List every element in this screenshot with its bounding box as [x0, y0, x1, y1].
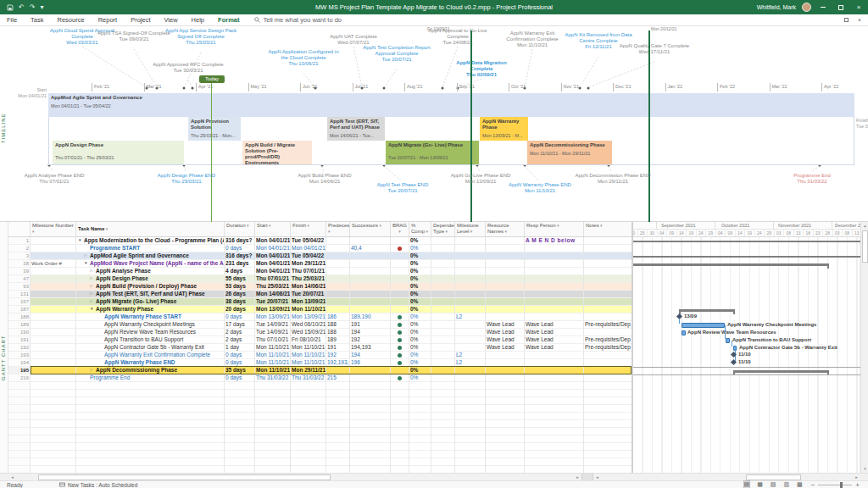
start-cell[interactable]: Mon 04/01/21: [255, 260, 291, 268]
row-number[interactable]: 189: [8, 321, 31, 329]
resp-person-cell[interactable]: [525, 268, 584, 275]
start-cell[interactable]: Thu 07/01/21: [255, 275, 291, 283]
column-header-brag[interactable]: BRAG: [391, 222, 409, 236]
table-row[interactable]: 39 AppN Analyse Phase 4 days Mon 04/01/2…: [8, 268, 632, 275]
resp-person-cell[interactable]: [525, 245, 584, 252]
milestone-number-cell[interactable]: [31, 237, 76, 245]
milestone-number-cell[interactable]: [31, 268, 76, 275]
resource-names-cell[interactable]: Wave Lead: [486, 344, 525, 352]
successors-cell[interactable]: 189,190: [350, 313, 391, 321]
table-row-empty[interactable]: [8, 382, 632, 390]
column-header-successors[interactable]: Successors: [350, 222, 391, 236]
finish-cell[interactable]: Mon 11/10/21: [291, 352, 326, 359]
brag-cell[interactable]: [391, 275, 409, 283]
row-number[interactable]: 187: [8, 306, 31, 313]
successors-cell[interactable]: [350, 298, 391, 306]
brag-cell[interactable]: [391, 260, 409, 268]
column-header-dependency-type[interactable]: Depender Type: [431, 222, 455, 236]
resource-names-cell[interactable]: [486, 268, 525, 275]
column-header-start[interactable]: Start: [255, 222, 291, 236]
team-planner-view-button[interactable]: ▧: [771, 481, 776, 488]
dependency-type-cell[interactable]: [431, 321, 455, 329]
expand-collapse-icon[interactable]: [90, 283, 96, 290]
finish-cell[interactable]: Thu 31/03/22: [291, 374, 326, 382]
resource-names-cell[interactable]: [486, 352, 525, 359]
scrollbar-thumb[interactable]: [38, 474, 331, 480]
brag-cell[interactable]: [391, 367, 409, 374]
milestone-level-cell[interactable]: [455, 367, 486, 374]
dependency-type-cell[interactable]: [431, 260, 455, 268]
dependency-type-cell[interactable]: [431, 237, 455, 245]
zoom-in-icon[interactable]: +: [855, 481, 860, 488]
table-row[interactable]: 187 AppN Warranty Phase 20 days Mon 13/0…: [8, 306, 632, 313]
milestone-level-cell[interactable]: [455, 329, 486, 336]
resp-person-cell[interactable]: Wave Lead: [525, 344, 584, 352]
timeline-callout[interactable]: AppN Warranty Phase ENDMon 11/10/21: [501, 182, 579, 194]
zoom-out-icon[interactable]: −: [811, 481, 815, 488]
resp-person-cell[interactable]: Wave Lead: [525, 329, 584, 336]
timeline-bar[interactable]: AppN Migrate (Go- Live) PhaseTue 20/07/2…: [386, 141, 479, 164]
dependency-type-cell[interactable]: [431, 329, 455, 336]
milestone-number-cell[interactable]: [31, 359, 76, 367]
table-row[interactable]: 157 AppN Migrate (Go- Live) Phase 38 day…: [8, 298, 632, 306]
task-name-cell[interactable]: AppN Migrate (Go- Live) Phase: [76, 298, 225, 306]
brag-cell[interactable]: [391, 252, 409, 260]
tell-me-search[interactable]: Tell me what you want to do: [246, 16, 342, 24]
table-row[interactable]: 190 AppN Review Wave Team Resources 2 da…: [8, 329, 632, 336]
brag-cell[interactable]: [391, 329, 409, 336]
timeline-callout[interactable]: AppN Design Phase ENDThu 25/03/21: [147, 173, 225, 185]
scrollbar-thumb[interactable]: [862, 230, 868, 263]
milestone-number-cell[interactable]: [31, 275, 76, 283]
dependency-type-cell[interactable]: [431, 367, 455, 374]
column-header-duration[interactable]: Duration: [225, 222, 255, 236]
successors-cell[interactable]: [350, 306, 391, 313]
resp-person-cell[interactable]: [525, 260, 584, 268]
task-name-cell[interactable]: AppN Warranty Exit Confirmation Complete: [76, 352, 225, 359]
predecessors-cell[interactable]: [326, 252, 350, 260]
successors-cell[interactable]: 194: [350, 352, 391, 359]
brag-cell[interactable]: [391, 291, 409, 298]
successors-cell[interactable]: 192: [350, 336, 391, 344]
successors-cell[interactable]: 40,4: [350, 245, 391, 252]
row-number[interactable]: 1: [8, 237, 31, 245]
milestone-number-cell[interactable]: [31, 336, 76, 344]
milestone-number-cell[interactable]: [31, 306, 76, 313]
percent-complete-cell[interactable]: 0%: [409, 283, 431, 291]
milestone-number-cell[interactable]: [31, 344, 76, 352]
milestone-level-cell[interactable]: L2: [455, 359, 486, 367]
notes-cell[interactable]: [584, 352, 632, 359]
percent-complete-cell[interactable]: 0%: [409, 329, 431, 336]
finish-cell[interactable]: Mon 11/10/21: [291, 306, 326, 313]
resource-names-cell[interactable]: [486, 275, 525, 283]
notes-cell[interactable]: [584, 260, 632, 268]
predecessors-cell[interactable]: 192: [326, 352, 350, 359]
start-cell[interactable]: Mon 13/09/21: [255, 306, 291, 313]
minimize-button[interactable]: [817, 2, 829, 13]
table-row-empty[interactable]: [8, 435, 632, 443]
table-row[interactable]: 188 AppN Warranty Phase START 0 days Mon…: [8, 313, 632, 321]
resource-names-cell[interactable]: [486, 291, 525, 298]
duration-cell[interactable]: 0 days: [225, 359, 255, 367]
timeline-callout[interactable]: AppN Data Migration CompleteThu 02/09/21: [444, 60, 519, 78]
start-cell[interactable]: Mon 13/09/21: [255, 313, 291, 321]
notes-cell[interactable]: [584, 298, 632, 306]
percent-complete-cell[interactable]: 0%: [409, 275, 431, 283]
resp-person-cell[interactable]: [525, 283, 584, 291]
row-number[interactable]: 194: [8, 359, 31, 367]
milestone-number-cell[interactable]: [31, 283, 76, 291]
timeline-callout[interactable]: AppN Warranty Exit Confirmation Complete…: [495, 30, 570, 48]
dependency-type-cell[interactable]: [431, 374, 455, 382]
resp-person-cell[interactable]: [525, 252, 584, 260]
table-row[interactable]: 38 Work Order # AppMod Wave Project Name…: [8, 260, 632, 268]
report-view-button[interactable]: ▩: [797, 481, 803, 488]
resource-names-cell[interactable]: Wave Lead: [486, 336, 525, 344]
column-header-resp-person[interactable]: Resp Person: [525, 222, 584, 236]
table-row-empty[interactable]: [8, 451, 632, 458]
brag-cell[interactable]: [391, 283, 409, 291]
timeline-pane-label[interactable]: TIMELINE: [1, 98, 9, 158]
ribbon-tab[interactable]: Task: [24, 16, 50, 24]
row-number[interactable]: 2: [8, 245, 31, 252]
start-cell[interactable]: Thu 31/03/22: [255, 374, 291, 382]
duration-cell[interactable]: 38 days: [225, 298, 255, 306]
timeline-callout[interactable]: AppN Build Phase ENDMon 14/06/21: [286, 173, 364, 185]
